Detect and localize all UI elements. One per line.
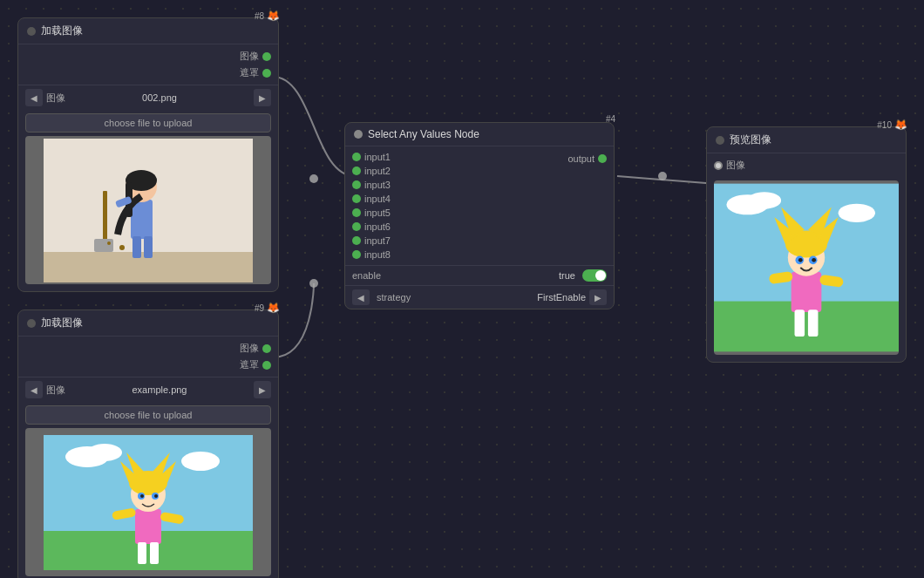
node-10-input-image-row: 图像 [707,157,906,173]
node-4-input8-row: input8 [345,248,567,262]
node-10-badge: #10 🦊 [877,119,907,131]
node-4-badge: #4 [606,114,615,124]
node-4-input2-port[interactable] [352,167,361,175]
node-8-id: #8 [255,11,264,21]
node-8-title: 加载图像 [41,24,83,38]
svg-rect-12 [94,239,113,252]
svg-rect-36 [150,542,159,564]
svg-rect-35 [138,542,146,564]
node-10-image-preview [714,180,899,355]
node-4-input3-label: input3 [364,180,391,190]
node-9-output-image-label: 图像 [240,342,259,355]
node-4-input6-label: input6 [364,221,391,232]
node-4-output-port[interactable] [598,154,607,163]
node-4-input2-label: input2 [364,166,391,176]
node-4-input6-row: input6 [345,220,567,234]
node-8-image-svg [44,139,253,282]
node-4-enable-value: true [559,270,575,281]
svg-rect-42 [792,272,822,312]
node-8-img-label: 图像 [46,92,65,105]
node-9-image-preview [25,428,271,576]
node-10-input-label: 图像 [726,159,745,172]
node-9-load-image: #9 🦊 加载图像 图像 遮罩 ◀ 图像 example.png ▶ choos… [17,309,279,578]
node-9-fox-icon: 🦊 [267,302,280,314]
node-4-strategy-next[interactable]: ▶ [589,289,607,305]
node-10-status-dot [716,136,724,145]
node-4-strategy-row: ◀ strategy FirstEnable ▶ [345,285,614,309]
svg-rect-14 [144,236,153,258]
node-8-img-filename: 002.png [69,92,250,103]
node-9-upload-btn[interactable]: choose file to upload [25,405,271,425]
node-4-strategy-label: strategy [373,292,533,303]
node-9-nav-next[interactable]: ▶ [254,381,271,398]
svg-rect-22 [135,509,161,544]
node-9-id: #9 [255,303,264,313]
svg-rect-55 [795,309,805,337]
node-4-input7-port[interactable] [352,236,361,245]
node-4-output-row: output [567,152,614,166]
node-4-strategy-prev[interactable]: ◀ [352,289,370,305]
svg-point-32 [154,494,158,498]
node-4-input3-port[interactable] [352,180,361,189]
node-8-nav-prev[interactable]: ◀ [25,89,43,106]
svg-rect-56 [808,309,819,337]
node-4-strategy-value: FirstEnable [537,292,586,303]
node-8-nav-next[interactable]: ▶ [254,89,271,106]
node-10-header: 预览图像 [707,127,906,153]
node-4-toggle-knob [595,270,606,281]
node-4-select-values: #4 Select Any Values Node input1 input2 … [344,122,615,309]
node-8-badge: #8 🦊 [255,10,280,22]
node-10-input-port[interactable] [714,161,723,170]
node-4-input3-row: input3 [345,178,567,192]
svg-point-51 [798,258,803,262]
svg-rect-13 [132,236,141,258]
node-4-input4-label: input4 [364,194,391,204]
node-9-output-image-row: 图像 [18,340,278,357]
node-4-input7-label: input7 [364,235,391,246]
node-9-output-mask-label: 遮罩 [240,358,259,371]
node-9-img-filename: example.png [69,384,250,395]
node-4-input5-port[interactable] [352,208,361,217]
node-4-input4-port[interactable] [352,194,361,203]
node-4-input8-label: input8 [364,249,391,260]
node-4-input8-port[interactable] [352,250,361,259]
node-8-output-image-label: 图像 [240,50,259,63]
node-10-id: #10 [877,120,892,130]
node-9-nav-prev[interactable]: ◀ [25,381,43,398]
node-8-header: 加载图像 [18,18,278,44]
node-10-title: 预览图像 [730,133,771,147]
node-4-input2-row: input2 [345,164,567,178]
node-9-output-mask-row: 遮罩 [18,357,278,373]
node-8-upload-btn[interactable]: choose file to upload [25,113,271,133]
node-9-output-mask-port[interactable] [262,361,271,370]
node-9-img-nav: ◀ 图像 example.png ▶ [18,377,278,402]
svg-point-40 [839,204,875,222]
node-8-img-nav: ◀ 图像 002.png ▶ [18,85,278,110]
node-4-title: Select Any Values Node [368,128,479,140]
node-4-input1-port[interactable] [352,153,361,161]
node-8-output-mask-port[interactable] [262,69,271,78]
svg-point-19 [87,444,122,461]
svg-point-31 [140,494,144,498]
svg-rect-11 [103,191,107,243]
node-4-input6-port[interactable] [352,222,361,231]
svg-point-20 [181,452,220,471]
node-4-enable-toggle[interactable] [582,269,607,282]
node-4-input1-row: input1 [345,150,567,164]
svg-point-52 [812,258,816,262]
node-4-enable-row: enable true [345,265,614,285]
node-9-output-image-port[interactable] [262,344,271,353]
node-8-image-preview [25,136,271,284]
node-9-image-svg [44,435,253,570]
node-4-header: Select Any Values Node [345,123,614,146]
svg-point-39 [748,192,782,208]
node-8-output-mask-label: 遮罩 [240,66,259,79]
node-4-input5-label: input5 [364,207,391,218]
node-8-output-image-port[interactable] [262,52,271,61]
node-4-enable-label: enable [352,270,555,281]
node-8-fox-icon: 🦊 [267,10,280,22]
node-8-load-image: #8 🦊 加载图像 图像 遮罩 ◀ 图像 002.png ▶ choose fi… [17,17,279,292]
svg-point-15 [119,245,125,250]
node-9-img-label: 图像 [46,384,65,397]
node-8-output-image-row: 图像 [18,48,278,65]
